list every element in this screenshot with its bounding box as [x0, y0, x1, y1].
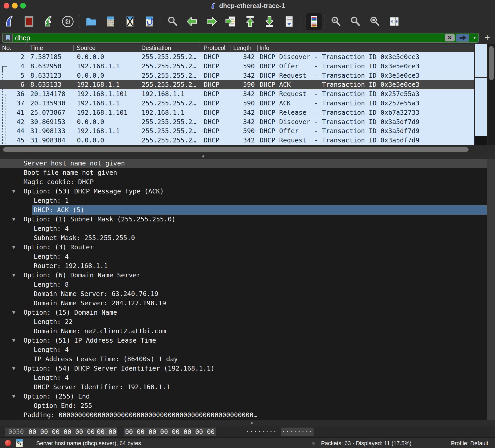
filter-history-chevron-icon[interactable]: ▼ — [473, 36, 476, 40]
wireshark-start-icon[interactable] — [3, 15, 16, 28]
detail-line[interactable]: IP Address Lease Time: (86400s) 1 day — [0, 355, 487, 364]
column-header-destination[interactable]: Destination — [138, 44, 200, 52]
list-details-splitter[interactable] — [0, 154, 495, 159]
column-header-time[interactable]: Time — [26, 44, 73, 52]
detail-line[interactable]: Length: 8 — [0, 280, 487, 289]
zoom-reset-icon[interactable]: = — [369, 15, 381, 28]
packet-row-selected[interactable]: 68.635133192.168.1.1255.255.255.2…DHCP59… — [0, 80, 474, 89]
open-file-icon[interactable] — [85, 15, 97, 28]
add-filter-button[interactable]: + — [482, 32, 492, 43]
detail-line[interactable]: Domain Name Server: 204.127.198.19 — [0, 299, 487, 308]
packet-row[interactable]: 4431.908133192.168.1.1255.255.255.2…DHCP… — [0, 126, 474, 136]
zoom-window-button[interactable] — [20, 3, 26, 9]
column-header-protocol[interactable]: Protocol — [200, 44, 230, 52]
resize-columns-icon[interactable] — [388, 15, 401, 28]
find-packet-icon[interactable] — [166, 15, 179, 28]
restart-capture-icon[interactable] — [42, 15, 55, 28]
column-header-info[interactable]: Info — [257, 44, 474, 52]
detail-line[interactable]: ▼Option: (15) Domain Name — [0, 308, 487, 317]
detail-line[interactable]: Server host name not given — [0, 159, 487, 168]
hex-bytes[interactable]: 00 00 00 00 00 0000 0000 00 00 00 00 00 … — [27, 428, 216, 436]
filter-value[interactable]: dhcp — [15, 34, 30, 42]
hex-byte-group-highlighted[interactable]: 00 00 — [96, 428, 117, 436]
go-back-icon[interactable] — [186, 15, 198, 28]
packet-list-vertical-scrollbar[interactable] — [488, 44, 495, 145]
expander-icon[interactable]: ▼ — [12, 308, 15, 317]
expander-icon[interactable]: ▼ — [12, 243, 15, 252]
go-to-top-icon[interactable] — [244, 15, 257, 28]
detail-line[interactable]: Length: 4 — [0, 345, 487, 355]
details-bytes-splitter[interactable] — [0, 420, 495, 427]
detail-line[interactable]: Domain Name Server: 63.240.76.19 — [0, 289, 487, 299]
detail-line[interactable]: Padding: 0000000000000000000000000000000… — [0, 410, 487, 420]
column-header-length[interactable]: Length — [230, 44, 257, 52]
reload-file-icon[interactable]: 01110 — [143, 15, 156, 28]
packet-row[interactable]: 27.5871850.0.0.0255.255.255.2…DHCP342DHC… — [0, 52, 474, 62]
stop-capture-icon[interactable] — [23, 15, 35, 28]
detail-line[interactable]: Router: 192.168.1.1 — [0, 261, 487, 271]
expander-icon[interactable]: ▼ — [12, 187, 15, 196]
hex-byte-group[interactable]: 00 00 00 00 00 00 — [27, 428, 96, 436]
packet-row[interactable]: 3720.135930192.168.1.1255.255.255.2…DHCP… — [0, 99, 474, 108]
detail-line[interactable]: DHCP Server Identifier: 192.168.1.1 — [0, 382, 487, 392]
capture-comment-button[interactable]: ✎ — [16, 439, 23, 447]
filter-clear-button[interactable]: ✕ — [445, 34, 455, 41]
packet-row[interactable]: 58.6331230.0.0.0255.255.255.2…DHCP342DHC… — [0, 71, 474, 80]
detail-line[interactable]: ▼Option: (51) IP Address Lease Time — [0, 336, 487, 345]
packet-row[interactable]: 48.632950192.168.1.1255.255.255.2…DHCP59… — [0, 62, 474, 71]
close-file-icon[interactable] — [124, 15, 136, 28]
profile-status[interactable]: Profile: Default — [451, 440, 488, 447]
column-header-source[interactable]: Source — [73, 44, 138, 52]
detail-line[interactable]: Boot file name not given — [0, 168, 487, 177]
expert-info-button[interactable] — [5, 440, 11, 446]
detail-line[interactable]: ▼Option: (3) Router — [0, 243, 487, 252]
capture-options-gear-icon[interactable]: ⚙ — [62, 15, 74, 28]
detail-line[interactable]: Magic cookie: DHCP — [0, 177, 487, 187]
splitter-handle-dot[interactable] — [202, 155, 204, 157]
detail-line[interactable]: ▼Option: (1) Subnet Mask (255.255.255.0) — [0, 215, 487, 224]
close-window-button[interactable] — [4, 3, 9, 9]
detail-line[interactable]: Option End: 255 — [0, 401, 487, 410]
expander-icon[interactable]: ▼ — [12, 364, 15, 373]
detail-line[interactable]: ▼Option: (6) Domain Name Server — [0, 271, 487, 280]
hex-ascii[interactable]: ················ — [245, 428, 314, 436]
detail-line[interactable]: Length: 4 — [0, 224, 487, 233]
detail-line[interactable]: Length: 4 — [0, 252, 487, 261]
go-to-bottom-icon[interactable] — [264, 15, 276, 28]
packet-row[interactable]: 4230.8691530.0.0.0255.255.255.2…DHCP342D… — [0, 117, 474, 127]
hex-byte-group[interactable]: 00 00 00 00 00 00 00 00 — [124, 428, 216, 436]
auto-scroll-icon[interactable] — [283, 15, 295, 28]
detail-line[interactable]: ▼Option: (53) DHCP Message Type (ACK) — [0, 187, 487, 196]
detail-line[interactable]: ▼Option: (54) DHCP Server Identifier (19… — [0, 364, 487, 373]
packet-list-vertical-scrollbar-thumb[interactable] — [489, 46, 494, 80]
packet-row[interactable]: 3620.134178192.168.1.101192.168.1.1DHCP3… — [0, 89, 474, 99]
detail-line-selected[interactable]: DHCP: ACK (5) — [0, 205, 487, 215]
zoom-out-icon[interactable]: − — [349, 15, 362, 28]
details-vertical-scrollbar[interactable] — [487, 159, 495, 420]
zoom-in-icon[interactable]: + — [330, 15, 342, 28]
column-header-no[interactable]: No. — [0, 44, 26, 52]
expander-icon[interactable]: ▼ — [12, 336, 15, 345]
packet-row[interactable]: 4125.073867192.168.1.101192.168.1.1DHCP3… — [0, 108, 474, 117]
go-forward-icon[interactable] — [205, 15, 218, 28]
expander-icon[interactable]: ▼ — [12, 392, 15, 401]
splitter-handle-dot[interactable] — [251, 422, 253, 424]
packet-list-horizontal-scrollbar[interactable] — [0, 145, 495, 154]
detail-line[interactable]: ▼Option: (255) End — [0, 392, 487, 401]
detail-line[interactable]: Length: 1 — [0, 196, 487, 205]
ascii-group[interactable]: ········ — [245, 428, 278, 436]
filter-bookmark-button[interactable] — [3, 34, 13, 42]
detail-line[interactable]: Length: 22 — [0, 317, 487, 327]
expander-icon[interactable]: ▼ — [12, 271, 15, 280]
go-to-packet-icon[interactable] — [225, 15, 237, 28]
detail-line[interactable]: Length: 4 — [0, 373, 487, 382]
colorize-packets-button-pressed[interactable] — [306, 13, 322, 30]
minimize-window-button[interactable] — [12, 3, 18, 9]
packet-list-minimap-scrollbar[interactable] — [475, 44, 487, 145]
packet-row[interactable]: 4531.9083040.0.0.0255.255.255.2…DHCP342D… — [0, 136, 474, 145]
expander-icon[interactable]: ▼ — [12, 215, 15, 224]
packet-list-horizontal-scrollbar-thumb[interactable] — [3, 147, 469, 152]
detail-line[interactable]: Domain Name: ne2.client2.attbi.com — [0, 327, 487, 336]
save-file-icon[interactable]: 01010 01101 01110 — [104, 15, 117, 28]
detail-line[interactable]: Subnet Mask: 255.255.255.0 — [0, 233, 487, 243]
